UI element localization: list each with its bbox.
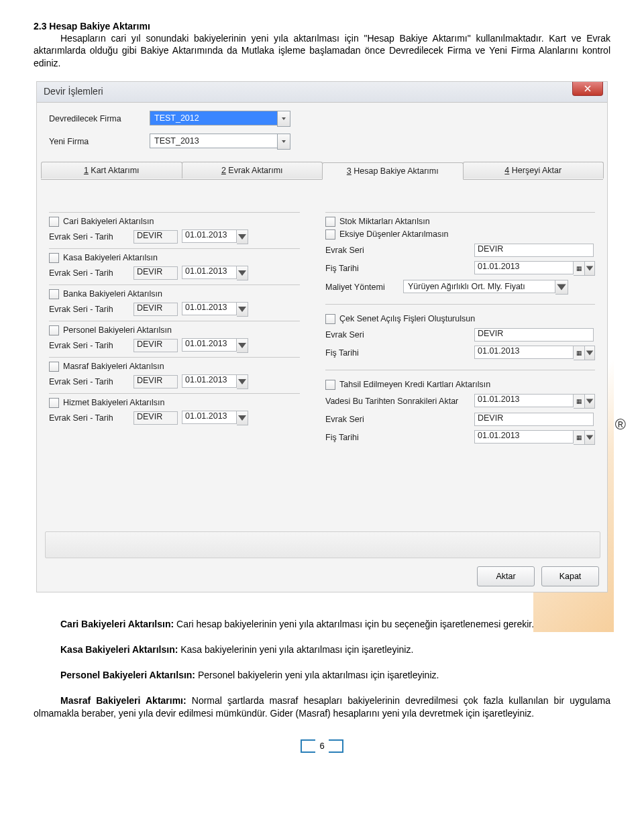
devredilecek-firma-label: Devredilecek Firma (49, 114, 150, 123)
paragraph-kasa: Kasa Bakiyeleri Aktarılsın: Kasa bakiyel… (34, 643, 610, 656)
tab-kart-aktarimi[interactable]: 1 Kart Aktarımı (41, 162, 182, 178)
seri-input[interactable]: DEVIR (133, 411, 178, 425)
evrak-seri-input[interactable]: DEVIR (474, 413, 594, 426)
vadesi-date-input[interactable]: 01.01.2013▦ (474, 394, 595, 409)
chk-kasa-bakiye[interactable] (49, 253, 59, 263)
close-button[interactable] (572, 82, 603, 96)
paragraph-personel: Personel Bakiyeleri Aktarılsın: Personel… (34, 669, 610, 681)
aktar-button[interactable]: Aktar (477, 566, 535, 586)
left-column: Cari Bakiyeleri Aktarılsın Evrak Seri - … (49, 208, 300, 449)
fis-tarihi-input[interactable]: 01.01.2013▦ (474, 261, 595, 276)
chk-masraf-bakiye[interactable] (49, 362, 59, 372)
tabs: 1 Kart Aktarımı 2 Evrak Aktarımı 3 Hesap… (41, 162, 603, 180)
chevron-down-icon[interactable] (237, 411, 248, 425)
seri-input[interactable]: DEVIR (133, 266, 178, 280)
chk-personel-bakiye[interactable] (49, 325, 59, 335)
chevron-down-icon[interactable] (237, 338, 248, 353)
calendar-icon[interactable]: ▦ (574, 346, 585, 360)
yeni-firma-combo[interactable]: TEST_2013 (150, 134, 290, 150)
paragraph-masraf: Masraf Bakiyeleri Aktarımı: Normal şartl… (34, 694, 610, 719)
chk-cek-senet[interactable] (325, 314, 335, 324)
status-area (45, 531, 600, 558)
chevron-down-icon[interactable] (237, 266, 248, 280)
maliyet-select[interactable]: Yürüyen Ağırlıklı Ort. Mly. Fiyatı (403, 280, 568, 295)
seri-input[interactable]: DEVIR (133, 339, 178, 352)
calendar-icon[interactable]: ▦ (574, 430, 585, 445)
date-input[interactable]: 01.01.2013 (182, 302, 248, 317)
fis-tarihi-input[interactable]: 01.01.2013▦ (474, 430, 595, 445)
kapat-button[interactable]: Kapat (541, 566, 599, 586)
seri-input[interactable]: DEVIR (133, 375, 178, 388)
chk-cari-bakiye[interactable] (49, 217, 59, 227)
chevron-down-icon[interactable] (237, 229, 248, 244)
chk-hizmet-bakiye[interactable] (49, 398, 59, 408)
chevron-down-icon[interactable] (585, 346, 595, 360)
seri-input[interactable]: DEVIR (133, 303, 178, 316)
tab-hesap-bakiye-aktarimi[interactable]: 3 Hesap Bakiye Aktarımı (322, 162, 464, 180)
calendar-icon[interactable]: ▦ (574, 261, 585, 276)
chk-kredi-kart[interactable] (325, 380, 335, 390)
chevron-down-icon[interactable] (277, 134, 290, 150)
chevron-down-icon[interactable] (585, 394, 595, 409)
yeni-firma-label: Yeni Firma (49, 137, 150, 146)
fis-tarihi-input[interactable]: 01.01.2013▦ (474, 346, 595, 360)
chevron-down-icon[interactable] (277, 111, 290, 127)
calendar-icon[interactable]: ▦ (574, 394, 585, 409)
date-input[interactable]: 01.01.2013 (182, 374, 248, 389)
date-input[interactable]: 01.01.2013 (182, 266, 248, 280)
chevron-down-icon[interactable] (585, 261, 595, 276)
right-column: Stok Miktarları Aktarılsın Eksiye Düşenl… (325, 208, 595, 449)
paragraph-cari: Cari Bakiyeleri Aktarılsın: Cari hesap b… (34, 618, 610, 630)
page-number: 6 (299, 739, 345, 753)
devredilecek-firma-combo[interactable]: TEST_2012 (150, 111, 290, 127)
seri-input[interactable]: DEVIR (133, 230, 178, 244)
date-input[interactable]: 01.01.2013 (182, 338, 248, 353)
chk-banka-bakiye[interactable] (49, 289, 59, 299)
chevron-down-icon[interactable] (555, 280, 568, 295)
date-input[interactable]: 01.01.2013 (182, 411, 248, 425)
date-input[interactable]: 01.01.2013 (182, 229, 248, 244)
chk-eksiye-dusen[interactable] (325, 229, 335, 240)
devir-dialog: ® Devir İşlemleri Devredilecek Firma TES… (36, 81, 608, 592)
registered-mark: ® (615, 416, 626, 433)
close-icon (584, 85, 591, 92)
tab-herseyi-aktar[interactable]: 4 Herşeyi Aktar (463, 162, 604, 178)
intro-paragraph: Hesapların cari yıl sonundaki bakiyeleri… (34, 32, 610, 69)
chevron-down-icon[interactable] (237, 374, 248, 389)
dialog-title: Devir İşlemleri (37, 82, 110, 101)
chevron-down-icon[interactable] (237, 302, 248, 317)
evrak-seri-input[interactable]: DEVIR (474, 244, 594, 257)
dialog-titlebar: Devir İşlemleri (37, 82, 607, 103)
chk-stok-miktar[interactable] (325, 217, 335, 227)
section-title: 2.3 Hesap Bakiye Aktarımı (34, 20, 610, 32)
chevron-down-icon[interactable] (585, 430, 595, 445)
evrak-seri-input[interactable]: DEVIR (474, 328, 594, 342)
tab-evrak-aktarimi[interactable]: 2 Evrak Aktarımı (182, 162, 323, 178)
